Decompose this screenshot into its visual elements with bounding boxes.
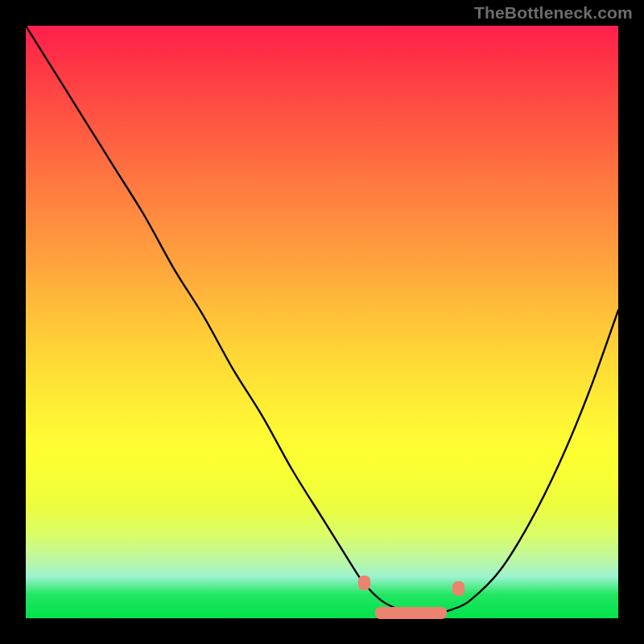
chart-container: TheBottleneck.com bbox=[0, 0, 644, 644]
optimal-marker-left bbox=[358, 576, 370, 590]
optimal-marker-right bbox=[452, 581, 464, 596]
plot-area bbox=[26, 26, 618, 618]
curve-svg bbox=[26, 26, 618, 618]
bottleneck-curve bbox=[26, 26, 618, 613]
watermark-text: TheBottleneck.com bbox=[474, 3, 633, 23]
optimal-marker-band bbox=[375, 607, 446, 619]
